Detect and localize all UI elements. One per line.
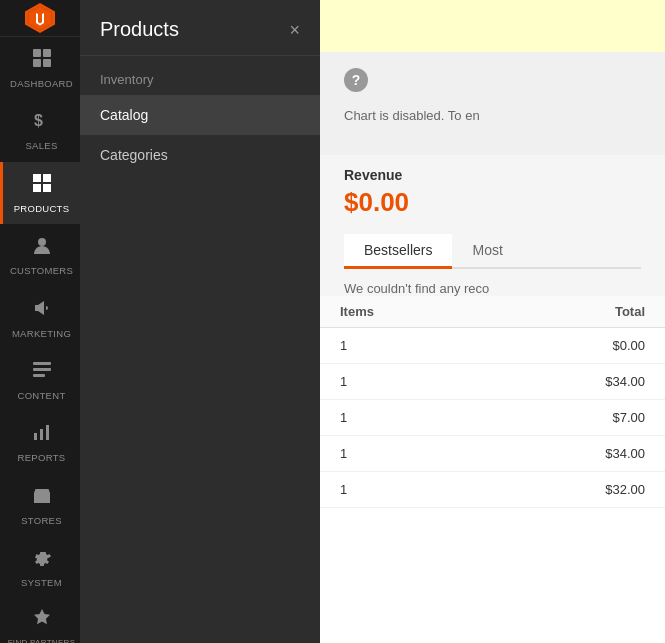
svg-rect-15 [46,425,49,440]
right-panel: ? Chart is disabled. To en Revenue $0.00… [320,0,665,643]
table-row: 1 $0.00 [320,328,665,364]
sidebar-item-label: FIND PARTNERS& EXTENSIONS [8,638,76,643]
sidebar-item-reports[interactable]: REPORTS [0,411,80,473]
system-icon [31,546,53,573]
svg-rect-10 [33,362,51,365]
total-cell: $34.00 [605,446,645,461]
no-records-text: We couldn't find any reco [344,281,641,296]
sidebar-item-dashboard[interactable]: DASHBOARD [0,37,80,99]
sidebar-item-stores[interactable]: STORES [0,474,80,536]
svg-rect-0 [33,49,41,57]
table-row: 1 $34.00 [320,436,665,472]
total-cell: $34.00 [605,374,645,389]
table-row: 1 $32.00 [320,472,665,508]
table-header-row: Items Total [320,296,665,328]
sidebar-item-label: MARKETING [12,328,71,339]
products-icon [31,172,53,199]
data-table-section: Items Total 1 $0.00 1 $34.00 1 $7.00 1 $… [320,296,665,643]
products-header: Products × [80,0,320,56]
sidebar: DASHBOARD $ SALES PRODUCTS CUSTOMERS MAR… [0,0,80,643]
svg-point-9 [38,238,46,246]
sidebar-item-content[interactable]: CONTENT [0,349,80,411]
svg-rect-12 [33,374,45,377]
main-content: ? Chart is disabled. To en Revenue $0.00… [320,0,665,643]
sidebar-item-label: SYSTEM [21,577,62,588]
partners-icon [31,607,53,634]
sidebar-item-system[interactable]: SYSTEM [0,536,80,598]
top-yellow-bar [320,0,665,52]
reports-icon [31,421,53,448]
sidebar-logo [0,0,80,37]
close-button[interactable]: × [289,21,300,39]
sidebar-item-label: SALES [25,140,57,151]
sidebar-item-label: REPORTS [18,452,66,463]
svg-text:$: $ [34,112,43,129]
content-icon [31,359,53,386]
sidebar-item-label: CONTENT [17,390,65,401]
revenue-section: Revenue $0.00 Bestsellers Most We couldn… [320,155,665,296]
catalog-menu-item[interactable]: Catalog [80,95,320,135]
svg-rect-16 [39,496,45,503]
sidebar-item-label: STORES [21,515,62,526]
items-cell: 1 [340,374,347,389]
svg-rect-5 [33,174,41,182]
sidebar-item-label: DASHBOARD [10,78,73,89]
sidebar-item-products[interactable]: PRODUCTS [0,162,80,224]
revenue-value: $0.00 [344,187,641,218]
items-cell: 1 [340,410,347,425]
sidebar-item-partners[interactable]: FIND PARTNERS& EXTENSIONS [0,599,80,643]
table-row: 1 $34.00 [320,364,665,400]
marketing-icon [31,297,53,324]
sidebar-item-customers[interactable]: CUSTOMERS [0,224,80,286]
middle-section: ? Chart is disabled. To en [320,52,665,155]
total-cell: $7.00 [612,410,645,425]
magento-logo-icon [22,0,58,36]
products-panel-title: Products [100,18,179,41]
items-cell: 1 [340,482,347,497]
tab-most[interactable]: Most [452,234,522,269]
svg-rect-13 [34,433,37,440]
products-section-label: Inventory [80,56,320,95]
svg-rect-11 [33,368,51,371]
chart-disabled-text: Chart is disabled. To en [344,108,641,123]
items-cell: 1 [340,338,347,353]
revenue-label: Revenue [344,167,641,183]
total-cell: $32.00 [605,482,645,497]
stores-icon [31,484,53,511]
svg-rect-3 [43,59,51,67]
sidebar-item-label: PRODUCTS [14,203,70,214]
svg-rect-6 [43,174,51,182]
sidebar-item-marketing[interactable]: MARKETING [0,287,80,349]
categories-menu-item[interactable]: Categories [80,135,320,175]
svg-rect-2 [33,59,41,67]
tabs-row: Bestsellers Most [344,234,641,269]
sales-icon: $ [31,109,53,136]
items-cell: 1 [340,446,347,461]
table-row: 1 $7.00 [320,400,665,436]
sidebar-item-sales[interactable]: $ SALES [0,99,80,161]
total-header: Total [615,304,645,319]
svg-rect-8 [43,184,51,192]
help-icon[interactable]: ? [344,68,368,92]
svg-rect-14 [40,429,43,440]
products-panel: Products × Inventory Catalog Categories [80,0,320,643]
items-header: Items [340,304,374,319]
sidebar-item-label: CUSTOMERS [10,265,73,276]
svg-rect-7 [33,184,41,192]
tab-bestsellers[interactable]: Bestsellers [344,234,452,269]
dashboard-icon [31,47,53,74]
customers-icon [31,234,53,261]
total-cell: $0.00 [612,338,645,353]
svg-rect-1 [43,49,51,57]
